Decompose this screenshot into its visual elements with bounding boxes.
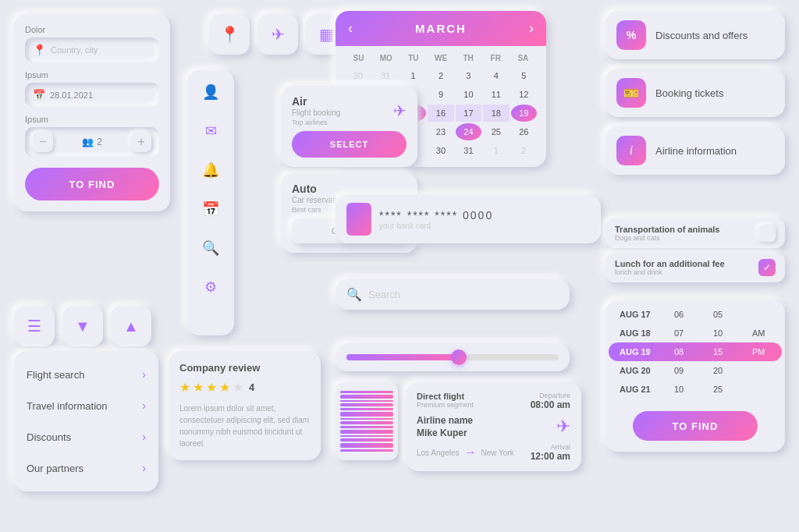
cal-day[interactable]: 1 xyxy=(400,67,426,84)
time-picker-panel: AUG 17 06 05 AUG 18 07 10 AM AUG 19 08 1… xyxy=(605,300,785,452)
cal-day-range[interactable]: 16 xyxy=(428,105,453,122)
time-row-aug19[interactable]: AUG 19 08 15 PM xyxy=(609,342,782,361)
cal-day[interactable]: 5 xyxy=(511,67,537,84)
star-1: ★ xyxy=(179,380,190,395)
menu-label: Flight search xyxy=(27,369,84,381)
chevron-icon: › xyxy=(142,431,146,443)
booking-icon: 🎫 xyxy=(616,78,646,108)
calendar-icon: 📅 xyxy=(33,89,45,101)
animals-checkbox[interactable] xyxy=(758,225,776,242)
location-btn[interactable]: 📍 xyxy=(209,14,250,55)
barcode-line xyxy=(340,449,393,452)
search-bar-panel[interactable]: 🔍 Search xyxy=(336,279,570,310)
calendar-month: MARCH xyxy=(415,22,467,35)
lunch-card: Lunch for an additional fee lunch and dr… xyxy=(605,253,785,282)
min-15: 15 xyxy=(713,347,752,356)
ticket-segment: Premium segment xyxy=(417,401,474,409)
hour-10: 10 xyxy=(674,385,713,394)
ticket-plane-icon: ✈ xyxy=(556,417,570,437)
chevron-icon: › xyxy=(142,368,146,381)
cal-day[interactable]: 2 xyxy=(511,142,537,159)
discounts-card[interactable]: % Discounts and offers xyxy=(605,11,785,59)
info-icon: i xyxy=(616,136,646,165)
star-4: ★ xyxy=(219,380,230,395)
slider-track[interactable] xyxy=(346,354,559,360)
animals-title: Transportation of animals xyxy=(615,225,719,234)
cal-day-selected[interactable]: 24 xyxy=(456,123,481,140)
cal-day[interactable]: 26 xyxy=(511,123,537,140)
hour-06: 06 xyxy=(674,310,713,319)
menu-item-partners[interactable]: Our partners › xyxy=(14,452,158,484)
time-row-aug21[interactable]: AUG 21 10 25 xyxy=(609,380,782,399)
time-row-aug18[interactable]: AUG 18 07 10 AM xyxy=(609,324,782,342)
chevron-up-btn[interactable]: ▲ xyxy=(111,306,151,346)
cal-day[interactable]: 10 xyxy=(456,86,481,103)
to-find-bottom-button[interactable]: TO FIND xyxy=(633,411,758,441)
ticket-type: Direct flight xyxy=(417,392,474,401)
barcode-line xyxy=(340,395,393,399)
slider-thumb[interactable] xyxy=(451,349,467,365)
barcode-line xyxy=(340,400,393,402)
barcode-line xyxy=(340,430,393,434)
cal-day[interactable]: 9 xyxy=(428,86,453,103)
calendar-next-button[interactable]: › xyxy=(529,20,534,37)
date-input[interactable]: 📅 28.01.2021 xyxy=(25,83,159,107)
route-arrow: → xyxy=(464,445,477,459)
settings-icon: ⚙ xyxy=(197,273,225,301)
cal-day[interactable]: 11 xyxy=(483,86,509,103)
navigation-menu: Flight search › Travel information › Dis… xyxy=(14,351,158,491)
booking-card[interactable]: 🎫 Booking tickets xyxy=(605,69,785,117)
cal-day-selected[interactable]: 19 xyxy=(511,105,537,122)
profile-icon: 👤 xyxy=(197,78,225,106)
time-row-aug17[interactable]: AUG 17 06 05 xyxy=(609,305,782,324)
cal-day-range[interactable]: 17 xyxy=(456,105,481,122)
cal-day[interactable]: 2 xyxy=(428,67,453,84)
select-button[interactable]: SELECT xyxy=(292,131,407,158)
min-20: 20 xyxy=(713,366,752,375)
location-input[interactable]: 📍 Country, city xyxy=(25,37,159,62)
calendar-prev-button[interactable]: ‹ xyxy=(348,20,353,37)
review-count: 4 xyxy=(249,381,254,393)
cal-day[interactable]: 12 xyxy=(511,86,537,103)
airline-name: Airline name xyxy=(417,415,570,426)
barcode-line xyxy=(340,391,393,393)
date-aug20: AUG 20 xyxy=(620,366,674,375)
app-sidebar: 👤 ✉ 🔔 📅 🔍 ⚙ xyxy=(187,70,234,335)
cal-day-range[interactable]: 18 xyxy=(483,105,509,122)
increment-button[interactable]: + xyxy=(131,132,151,152)
menu-label: Discounts xyxy=(27,431,71,443)
menu-item-discounts[interactable]: Discounts › xyxy=(14,421,158,452)
cal-day[interactable]: 31 xyxy=(456,142,481,159)
flight-icon: ✈ xyxy=(393,101,407,120)
credit-card-display: **** **** **** 0000 your bank card xyxy=(336,195,601,243)
list-icon-btn[interactable]: ☰ xyxy=(14,306,55,346)
time-row-aug20[interactable]: AUG 20 09 20 xyxy=(609,361,782,380)
plane-btn[interactable]: ✈ xyxy=(257,14,298,55)
menu-item-flight-search[interactable]: Flight search › xyxy=(14,359,158,390)
cal-day[interactable]: 3 xyxy=(456,67,481,84)
to-find-button[interactable]: TO FIND xyxy=(25,168,159,200)
menu-item-travel-info[interactable]: Travel information › xyxy=(14,390,158,421)
animals-sub: Dogs and cats xyxy=(615,234,719,242)
chevron-down-btn[interactable]: ▼ xyxy=(62,306,103,346)
date-aug18: AUG 18 xyxy=(620,328,674,338)
barcode-line xyxy=(340,435,393,437)
field-label-ipsum1: Ipsum xyxy=(25,70,159,80)
cal-day[interactable]: 30 xyxy=(345,67,371,84)
review-panel: Company review ★ ★ ★ ★ ★ 4 Lorem ipsum d… xyxy=(169,351,321,460)
cal-day[interactable]: 25 xyxy=(483,123,509,140)
booking-label: Booking tickets xyxy=(655,87,723,99)
cal-day[interactable]: 1 xyxy=(483,142,509,159)
cal-day[interactable]: 4 xyxy=(483,67,509,84)
lunch-checkbox[interactable]: ✓ xyxy=(758,259,776,276)
cal-day[interactable]: 31 xyxy=(372,67,398,84)
min-25: 25 xyxy=(713,385,752,394)
cal-day[interactable]: 30 xyxy=(428,142,453,159)
decrement-button[interactable]: − xyxy=(33,132,53,152)
counter-value: 2 xyxy=(97,137,102,147)
review-text: Lorem ipsum dolor sit amet, consectetuer… xyxy=(179,403,310,449)
cal-day[interactable]: 23 xyxy=(428,123,453,140)
flight-title: Air xyxy=(292,95,340,108)
airline-info-card[interactable]: i Airline information xyxy=(605,126,785,175)
info-cards-panel: % Discounts and offers 🎫 Booking tickets… xyxy=(605,11,785,175)
